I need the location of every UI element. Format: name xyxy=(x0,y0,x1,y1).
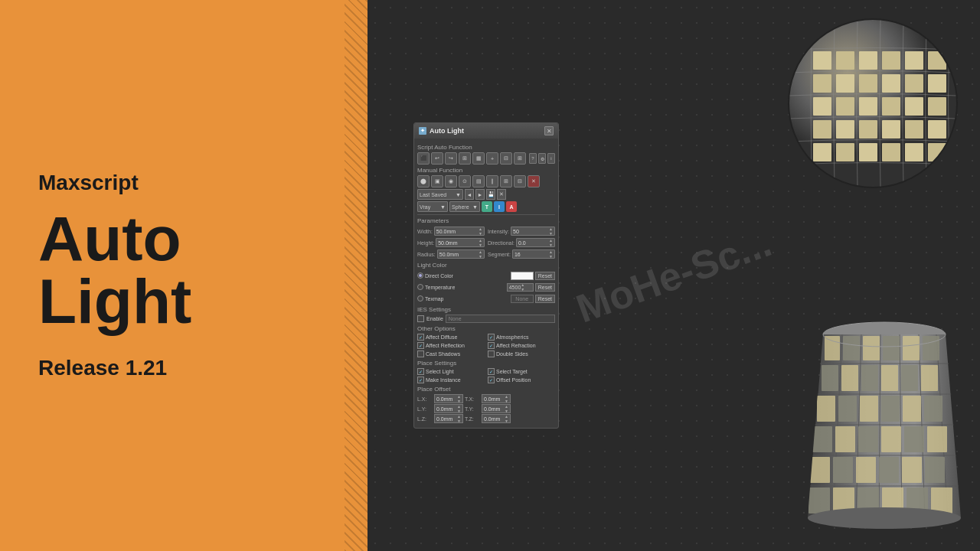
svg-rect-8 xyxy=(813,74,831,93)
dialog-titlebar: ✦ Auto Light ✕ xyxy=(414,123,558,139)
manual-btn-1[interactable]: ⬤ xyxy=(417,175,430,187)
script-btn-6[interactable]: + xyxy=(486,152,498,165)
radius-input[interactable]: 50.0mm ▲▼ xyxy=(437,249,485,259)
width-input[interactable]: 50.0mm ▲▼ xyxy=(434,227,485,236)
subtitle: Maxscript xyxy=(38,171,329,195)
texmap-none[interactable]: None xyxy=(511,295,534,303)
double-sides-chk[interactable] xyxy=(488,350,495,357)
svg-rect-57 xyxy=(817,396,835,422)
svg-rect-58 xyxy=(838,396,857,422)
svg-rect-50 xyxy=(923,336,939,360)
svg-rect-75 xyxy=(808,487,830,514)
lx-input[interactable]: 0.0mm ▲▼ xyxy=(434,394,463,403)
height-input[interactable]: 50.0mm ▲▼ xyxy=(436,238,485,247)
ies-enable-chk[interactable] xyxy=(417,315,424,322)
script-btn-3[interactable]: ↪ xyxy=(445,152,457,165)
svg-rect-71 xyxy=(856,457,876,483)
manual-btn-2[interactable]: ▣ xyxy=(431,175,443,187)
manual-btn-5[interactable]: ▤ xyxy=(472,175,485,187)
save-btn[interactable]: 💾 xyxy=(486,189,495,200)
script-btn-5[interactable]: ▦ xyxy=(472,152,485,165)
manual-btn-3[interactable]: ◉ xyxy=(445,175,457,187)
script-btn-8[interactable]: ⊞ xyxy=(514,152,526,165)
tx-input[interactable]: 0.0mm ▲▼ xyxy=(482,394,511,403)
direct-color-row: Direct Color Reset xyxy=(417,270,555,281)
affect-refraction-chk[interactable]: ✓ xyxy=(488,342,495,349)
other-options-label: Other Options xyxy=(417,325,555,332)
prev-btn[interactable]: ◄ xyxy=(465,189,474,200)
color-swatch[interactable] xyxy=(511,272,534,280)
temp-reset-btn[interactable]: Reset xyxy=(535,283,555,292)
delete-btn[interactable]: ✕ xyxy=(497,189,506,200)
help-btn[interactable]: ? xyxy=(529,153,537,164)
place-offset-label: Place Offset xyxy=(417,386,555,393)
affect-reflection-chk[interactable]: ✓ xyxy=(417,342,424,349)
directional-input[interactable]: 0.0 ▲▼ xyxy=(516,238,555,247)
direct-reset-btn[interactable]: Reset xyxy=(535,272,555,280)
direct-color-radio[interactable] xyxy=(417,272,423,279)
svg-rect-45 xyxy=(825,336,840,360)
manual-btn-9[interactable]: ✕ xyxy=(528,175,540,187)
texmap-reset-btn[interactable]: Reset xyxy=(535,295,555,303)
svg-rect-27 xyxy=(836,143,854,161)
ies-none[interactable]: None xyxy=(446,315,555,323)
segment-input[interactable]: 16 ▲▼ xyxy=(512,249,555,259)
svg-rect-59 xyxy=(860,396,878,422)
script-btn-4[interactable]: ⊞ xyxy=(459,152,471,165)
manual-btn-4[interactable]: ⊙ xyxy=(459,175,471,187)
svg-rect-15 xyxy=(836,97,854,116)
intensity-input[interactable]: 50 ▲▼ xyxy=(511,227,555,236)
offset-row-y: L.Y: 0.0mm ▲▼ T.Y: 0.0mm ▲▼ xyxy=(417,404,555,413)
svg-rect-46 xyxy=(843,336,860,360)
auto-light-dialog: ✦ Auto Light ✕ Script Auto Function ⬛ ↩ … xyxy=(413,122,559,429)
svg-rect-65 xyxy=(858,426,878,452)
info-btn[interactable]: i xyxy=(547,153,555,164)
next-btn[interactable]: ► xyxy=(475,189,485,200)
dialog-title: Auto Light xyxy=(430,127,464,135)
height-row: Height: 50.0mm ▲▼ xyxy=(417,237,485,248)
main-title: Auto Light xyxy=(38,207,329,333)
cast-shadows-chk[interactable] xyxy=(417,350,424,357)
svg-point-81 xyxy=(808,507,961,529)
select-target-row: ✓ Select Target xyxy=(488,368,555,375)
manual-btn-7[interactable]: ⊞ xyxy=(500,175,512,187)
script-auto-label: Script Auto Function xyxy=(417,144,555,151)
lz-input[interactable]: 0.0mm ▲▼ xyxy=(434,414,463,423)
badge-a[interactable]: A xyxy=(506,201,517,212)
settings-btn[interactable]: ⚙ xyxy=(538,153,546,164)
tz-input[interactable]: 0.0mm ▲▼ xyxy=(482,414,511,423)
script-btn-2[interactable]: ↩ xyxy=(431,152,443,165)
manual-btn-6[interactable]: ∥ xyxy=(486,175,498,187)
temperature-radio[interactable] xyxy=(417,284,423,290)
make-instance-chk[interactable]: ✓ xyxy=(417,377,424,383)
affect-diffuse-chk[interactable]: ✓ xyxy=(417,334,424,341)
affect-refraction-row: ✓ Affect Refraction xyxy=(488,342,555,349)
shape-dropdown[interactable]: Sphere ▼ xyxy=(449,201,480,212)
preset-dropdown[interactable]: Last Saved ▼ xyxy=(417,189,463,200)
offset-position-chk[interactable]: ✓ xyxy=(488,377,495,383)
temperature-input[interactable]: 4500 ▲▼ xyxy=(507,283,534,292)
renderer-row: Vray ▼ Sphere ▼ T I A xyxy=(417,201,555,212)
script-btn-1[interactable]: ⬛ xyxy=(417,152,430,165)
select-light-chk[interactable]: ✓ xyxy=(417,368,424,375)
svg-rect-49 xyxy=(903,336,920,360)
close-button[interactable]: ✕ xyxy=(544,126,554,135)
badge-t[interactable]: T xyxy=(482,201,492,212)
params-grid: Width: 50.0mm ▲▼ Intensity: 50 ▲▼ Height… xyxy=(417,226,555,259)
badge-i[interactable]: I xyxy=(494,201,505,212)
texmap-radio[interactable] xyxy=(417,295,423,302)
select-target-chk[interactable]: ✓ xyxy=(488,368,495,375)
svg-rect-61 xyxy=(903,396,921,422)
svg-rect-72 xyxy=(879,457,899,483)
svg-rect-68 xyxy=(927,426,947,452)
svg-rect-6 xyxy=(905,51,923,70)
script-btn-7[interactable]: ⊟ xyxy=(500,152,512,165)
manual-btn-8[interactable]: ⊟ xyxy=(514,175,526,187)
ty-input[interactable]: 0.0mm ▲▼ xyxy=(482,404,511,413)
ly-input[interactable]: 0.0mm ▲▼ xyxy=(434,404,463,413)
atmospherics-chk[interactable]: ✓ xyxy=(488,334,495,341)
svg-rect-3 xyxy=(836,51,854,70)
svg-rect-25 xyxy=(928,120,946,139)
svg-rect-19 xyxy=(928,97,946,116)
renderer-dropdown[interactable]: Vray ▼ xyxy=(417,201,448,212)
